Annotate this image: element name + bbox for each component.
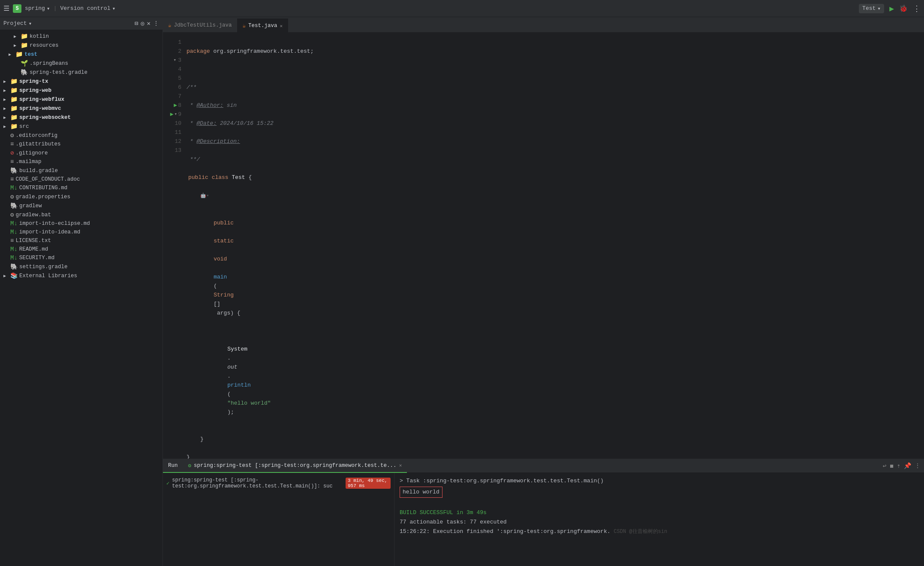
spring-icon: 🌱: [21, 60, 28, 67]
code-line-8: public class Test {: [187, 173, 924, 182]
sidebar-item-external-libraries[interactable]: ▶ 📚 External Libraries: [0, 271, 163, 280]
console-hello-line: hello world: [400, 486, 919, 499]
close-run-tab-button[interactable]: ✕: [399, 463, 402, 468]
sidebar-item-label: import-into-idea.md: [19, 229, 81, 235]
sidebar-item-security[interactable]: M↓ SECURITY.md: [0, 254, 163, 262]
sidebar-item-settings-gradle[interactable]: 🐘 settings.gradle: [0, 262, 163, 271]
tab-jdbctestutils[interactable]: ☕ JdbcTestUtils.java: [163, 18, 238, 32]
sidebar-item-spring-test-gradle[interactable]: 🐘 spring-test.gradle: [0, 68, 163, 77]
config-icon: ⚙: [10, 132, 14, 139]
paren: (: [227, 391, 231, 397]
tab-test[interactable]: ☕ Test.java ✕: [238, 18, 289, 32]
md-icon: M↓: [10, 246, 18, 253]
sidebar-item-gradlew-bat[interactable]: ⚙ gradlew.bat: [0, 210, 163, 219]
sidebar-item-label: gradle.properties: [15, 194, 70, 200]
menu-icon[interactable]: ☰: [3, 4, 9, 13]
code-line-12: }: [187, 453, 924, 459]
sidebar-item-label: resources: [30, 42, 59, 48]
run-gutter-icon[interactable]: ▶: [170, 110, 174, 119]
run-sidebar: ✓ spring:spring-test [:spring-test:org.s…: [163, 473, 394, 566]
sidebar-item-test[interactable]: ▶ 📁 test: [0, 50, 163, 59]
sidebar-item-spring-webflux[interactable]: ▶ 📁 spring-webflux: [0, 95, 163, 104]
editor-area: ☕ JdbcTestUtils.java ☕ Test.java ✕ 1 2 ▾…: [163, 17, 924, 566]
sidebar-item-springbeans[interactable]: 🌱 .springBeans: [0, 59, 163, 68]
more-options-button[interactable]: ⋮: [913, 4, 921, 13]
debug-button[interactable]: 🐞: [899, 4, 908, 13]
code-line-1: package org.springframework.test.test;: [187, 47, 924, 56]
rerun-button[interactable]: ↩: [883, 462, 886, 469]
params: (: [214, 283, 217, 289]
collapse-icon-small[interactable]: ▾: [175, 110, 178, 119]
sidebar-settings-button[interactable]: ⋮: [153, 20, 159, 27]
sidebar-item-src[interactable]: ▶ 📁 src: [0, 122, 163, 131]
sidebar-item-gradlew[interactable]: 🐘 gradlew: [0, 201, 163, 210]
run-item[interactable]: ✓ spring:spring-test [:spring-test:org.s…: [166, 476, 391, 490]
println-method: println: [227, 382, 251, 388]
keyword-void: void: [214, 256, 227, 262]
project-panel-title[interactable]: Project ▾: [3, 20, 32, 27]
class-name: Test: [232, 173, 245, 182]
doc-icon: ≡: [10, 176, 14, 183]
sidebar-item-spring-websocket[interactable]: ▶ 📁 spring-websocket: [0, 113, 163, 122]
run-gutter-icon[interactable]: ▶: [174, 101, 177, 110]
sidebar-item-spring-tx[interactable]: ▶ 📁 spring-tx: [0, 77, 163, 86]
java-file-icon: ☕: [168, 22, 172, 29]
sidebar-item-mailmap[interactable]: ≡ .mailmap: [0, 157, 163, 166]
line-num-13: 13: [163, 146, 181, 155]
keyword-static: static: [214, 238, 234, 244]
sidebar-item-import-eclipse[interactable]: M↓ import-into-eclipse.md: [0, 219, 163, 228]
close-sidebar-button[interactable]: ✕: [147, 20, 150, 27]
sidebar-item-gradle-properties[interactable]: ⚙ gradle.properties: [0, 192, 163, 201]
dot2: .: [227, 373, 231, 379]
bottom-actions: ↩ ◼ ⇡ 📌 ⋮: [883, 462, 924, 469]
success-icon: ✓: [166, 480, 169, 487]
sidebar-item-code-of-conduct[interactable]: ≡ CODE_OF_CONDUCT.adoc: [0, 175, 163, 184]
run-button[interactable]: ▶: [889, 4, 894, 13]
tab-close-button[interactable]: ✕: [280, 23, 283, 29]
sidebar-item-kotlin[interactable]: ▶ 📁 kotlin: [0, 32, 163, 41]
folder-icon: 📁: [10, 87, 18, 94]
sidebar-item-spring-webmvc[interactable]: ▶ 📁 spring-webmvc: [0, 104, 163, 113]
line-num-3: ▾3: [163, 56, 181, 65]
locate-file-button[interactable]: ◎: [141, 20, 144, 27]
project-chevron-icon: ▾: [47, 5, 50, 12]
sidebar-item-build-gradle[interactable]: 🐘 build.gradle: [0, 166, 163, 175]
sidebar-item-license[interactable]: ≡ LICENSE.txt: [0, 236, 163, 245]
collapse-icon[interactable]: ▾: [174, 56, 177, 65]
project-dropdown[interactable]: spring ▾: [25, 5, 50, 12]
sidebar-item-label: spring-websocket: [19, 115, 71, 121]
sidebar-item-import-idea[interactable]: M↓ import-into-idea.md: [0, 228, 163, 236]
sidebar-header: Project ▾ ⊟ ◎ ✕ ⋮: [0, 17, 163, 30]
stop-button[interactable]: ◼: [890, 462, 893, 469]
run-tab[interactable]: Run: [163, 459, 183, 473]
code-content[interactable]: package org.springframework.test.test; /…: [187, 33, 924, 459]
code-line-2: [187, 65, 924, 74]
sidebar-item-label: spring-webmvc: [19, 106, 61, 112]
bottom-panel: Run ⚙ spring:spring-test [:spring-test:o…: [163, 459, 924, 566]
sidebar-item-contributing[interactable]: M↓ CONTRIBUTING.md: [0, 184, 163, 192]
sidebar-item-readme[interactable]: M↓ README.md: [0, 245, 163, 254]
expand-arrow-icon: ▶: [3, 124, 9, 129]
run-config-label: Test: [862, 5, 876, 12]
sidebar-item-gitignore[interactable]: ⊘ .gitignore: [0, 148, 163, 157]
indent: public static void main ( String [] args…: [187, 209, 241, 327]
restore-button[interactable]: ⇡: [897, 462, 900, 469]
vcs-dropdown[interactable]: Version control ▾: [60, 5, 115, 12]
sidebar-actions: ⊟ ◎ ✕ ⋮: [135, 20, 159, 27]
top-bar-right: Test ▾ ▶ 🐞 ⋮: [859, 4, 921, 13]
pin-button[interactable]: 📌: [904, 462, 911, 469]
sidebar-item-resources[interactable]: ▶ 📁 resources: [0, 41, 163, 50]
run-config-tab[interactable]: ⚙ spring:spring-test [:spring-test:org.s…: [183, 459, 407, 473]
more-actions-button[interactable]: ⋮: [915, 462, 921, 469]
folder-icon: 📁: [21, 33, 28, 40]
sidebar-item-editorconfig[interactable]: ⚙ .editorconfig: [0, 131, 163, 140]
vcs-label: Version control: [60, 5, 110, 12]
sidebar-item-spring-web[interactable]: ▶ 📁 spring-web: [0, 86, 163, 95]
param-type: String: [214, 292, 234, 298]
close-brace-outer: }: [187, 453, 190, 459]
run-config-dropdown[interactable]: Test ▾: [859, 4, 884, 13]
collapse-all-button[interactable]: ⊟: [135, 20, 138, 27]
sidebar-item-gitattributes[interactable]: ≡ .gitattributes: [0, 140, 163, 148]
md-icon: M↓: [10, 185, 18, 191]
code-line-6: * @Description:: [187, 137, 924, 146]
